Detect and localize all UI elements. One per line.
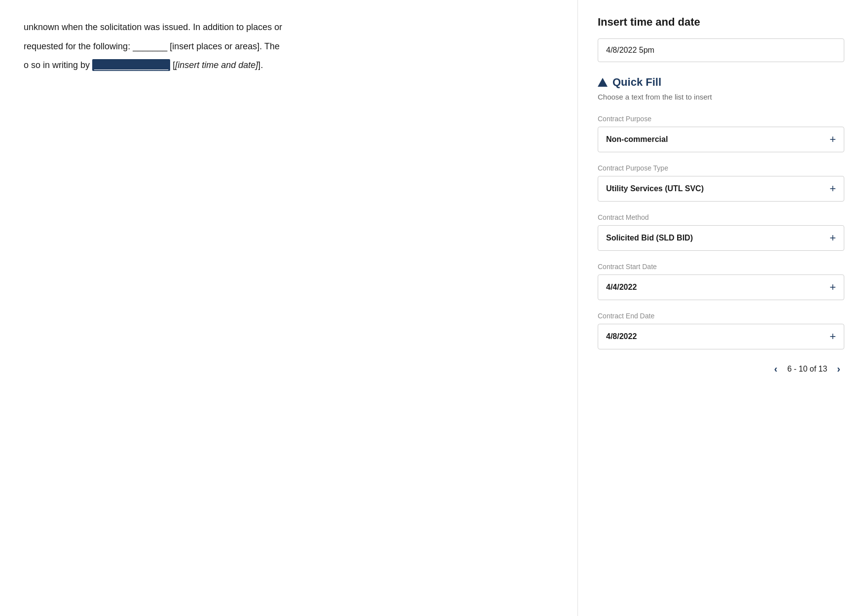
pagination-info: 6 - 10 of 13: [787, 365, 827, 374]
contract-method-label: Contract Method: [598, 213, 844, 221]
pagination-prev-button[interactable]: ‹: [770, 361, 782, 376]
field-group-contract-end-date: Contract End Date 4/8/2022 +: [598, 312, 844, 349]
quick-fill-icon: [598, 78, 608, 87]
field-group-contract-purpose-type: Contract Purpose Type Utility Services (…: [598, 164, 844, 202]
contract-purpose-type-value: Utility Services (UTL SVC): [606, 184, 704, 193]
text-line-2: requested for the following: _______ [in…: [24, 39, 554, 54]
contract-start-date-item[interactable]: 4/4/2022 +: [598, 274, 844, 300]
right-panel: Insert time and date Quick Fill Choose a…: [578, 0, 864, 616]
contract-end-date-value: 4/8/2022: [606, 332, 637, 341]
pagination: ‹ 6 - 10 of 13 ›: [598, 361, 844, 376]
contract-start-date-plus-icon: +: [829, 282, 836, 293]
field-group-contract-method: Contract Method Solicited Bid (SLD BID) …: [598, 213, 844, 251]
quick-fill-subtitle: Choose a text from the list to insert: [598, 93, 844, 101]
text-line-3: o so in writing by _______________ [[ins…: [24, 58, 554, 73]
contract-start-date-value: 4/4/2022: [606, 283, 637, 292]
quick-fill-header: Quick Fill: [598, 76, 844, 89]
contract-purpose-type-plus-icon: +: [829, 183, 836, 194]
contract-purpose-type-item[interactable]: Utility Services (UTL SVC) +: [598, 176, 844, 202]
text-before-highlight: o so in writing by: [24, 60, 90, 70]
contract-purpose-value: Non-commercial: [606, 135, 668, 144]
contract-purpose-plus-icon: +: [829, 134, 836, 145]
field-group-contract-start-date: Contract Start Date 4/4/2022 +: [598, 263, 844, 300]
contract-purpose-label: Contract Purpose: [598, 115, 844, 123]
contract-end-date-item[interactable]: 4/8/2022 +: [598, 324, 844, 349]
quick-fill-title: Quick Fill: [612, 76, 661, 89]
suffix: .: [260, 60, 263, 70]
field-group-contract-purpose: Contract Purpose Non-commercial +: [598, 115, 844, 152]
contract-end-date-label: Contract End Date: [598, 312, 844, 320]
contract-purpose-item[interactable]: Non-commercial +: [598, 127, 844, 152]
left-panel: unknown when the solicitation was issued…: [0, 0, 578, 616]
triangle-icon: [598, 78, 608, 87]
highlighted-blank: _______________: [92, 59, 170, 71]
insert-label: [insert time and date]: [175, 60, 258, 70]
text-line-1: unknown when the solicitation was issued…: [24, 20, 554, 35]
contract-end-date-plus-icon: +: [829, 331, 836, 342]
contract-method-plus-icon: +: [829, 233, 836, 243]
datetime-input[interactable]: [598, 38, 844, 62]
pagination-next-button[interactable]: ›: [833, 361, 844, 376]
contract-purpose-type-label: Contract Purpose Type: [598, 164, 844, 172]
contract-method-value: Solicited Bid (SLD BID): [606, 234, 693, 242]
contract-method-item[interactable]: Solicited Bid (SLD BID) +: [598, 225, 844, 251]
section-title: Insert time and date: [598, 16, 844, 29]
contract-start-date-label: Contract Start Date: [598, 263, 844, 271]
